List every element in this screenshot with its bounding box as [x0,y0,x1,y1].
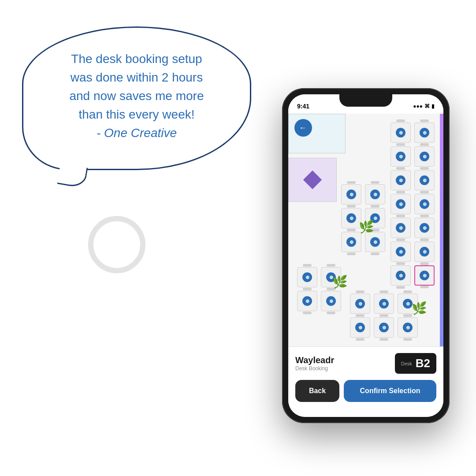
desk-item[interactable]: ⊕ [414,170,435,190]
desk-item[interactable]: ⊕ [350,317,370,338]
plant-decoration: 🌿 [332,275,348,289]
speech-bubble: The desk booking setup was done within 2… [22,26,251,170]
map-back-button[interactable]: ← [294,119,312,137]
chair-top [420,119,429,122]
desk-icon: ⊕ [396,271,405,280]
signal-icon: ●●● [413,103,423,109]
desk-item[interactable]: ⊕ [374,294,394,314]
wifi-icon: ⌘ [424,103,430,109]
chair-top [420,238,429,241]
booking-info-row: Wayleadr Desk Booking Desk B2 [295,353,436,374]
desk-item[interactable]: ⊕ [390,146,411,167]
decorative-ring [88,216,145,273]
chair-top [356,290,364,293]
desk-item[interactable]: ⊕ [414,218,435,238]
chair-top [379,314,388,317]
desk-icon: ⊕ [355,323,365,332]
desk-item[interactable]: ⊕ [390,242,411,262]
desk-grid-bottom: ⊕ ⊕ ⊕ ⊕ [297,267,341,311]
desk-item[interactable]: ⊕ [398,317,418,338]
chair-top [396,119,405,122]
desk-item[interactable]: ⊕ [390,265,411,286]
desk-icon: ⊕ [403,299,413,309]
chair-top [303,264,312,267]
desk-item[interactable]: ⊕ [350,294,370,314]
chair-bottom [379,338,388,341]
desk-item[interactable]: ⊕ [341,184,361,205]
phone-screen: 9:41 ●●● ⌘ ▮ ← [288,94,443,417]
desk-badge-number: B2 [416,357,430,370]
desk-icon: ⊕ [346,213,356,223]
chair-bottom [356,338,364,341]
back-button[interactable]: Back [295,380,339,402]
desk-item[interactable]: ⊕ [414,194,435,214]
desk-item[interactable]: ⊕ [297,291,317,311]
brand-subtitle: Desk Booking [295,365,334,372]
desk-icon: ⊕ [403,323,413,332]
room-icon [303,171,322,189]
desk-icon: ⊕ [346,237,356,247]
brand-info: Wayleadr Desk Booking [295,355,334,372]
desk-icon: ⊕ [396,175,405,185]
chair-bottom [420,286,429,288]
desk-icon: ⊕ [420,223,429,233]
desk-item[interactable]: ⊕ [390,194,411,214]
desk-icon: ⊕ [420,199,429,209]
plant-decoration: 🌿 [359,219,374,234]
desk-item[interactable]: ⊕ [414,123,435,143]
chair-bottom [327,312,335,314]
desk-icon: ⊕ [396,128,405,138]
desk-icon: ⊕ [355,299,365,309]
room-mid-left [288,158,337,202]
desk-icon: ⊕ [420,247,429,257]
desk-item[interactable]: ⊕ [365,184,385,205]
chair-bottom [371,253,379,255]
confirm-selection-button[interactable]: Confirm Selection [344,380,436,402]
chair-top [420,215,429,217]
chair-top [403,290,412,293]
chair-top [327,264,335,267]
chair-top [396,215,405,217]
chair-top [347,205,356,208]
phone-frame: 9:41 ●●● ⌘ ▮ ← [282,88,450,423]
desk-item[interactable]: ⊕ [390,218,411,238]
speech-bubble-container: The desk booking setup was done within 2… [22,26,251,170]
chair-top [420,167,429,170]
action-buttons: Back Confirm Selection [295,380,436,402]
desk-icon: ⊕ [420,152,429,161]
desk-icon: ⊕ [302,272,312,282]
chair-bottom [396,286,405,289]
desk-item[interactable]: ⊕ [374,317,394,338]
desk-item[interactable]: ⊕ [414,242,435,262]
bottom-panel: Wayleadr Desk Booking Desk B2 Back Confi… [288,346,443,417]
desk-icon: ⊕ [396,152,405,161]
desk-grid-bottom2: ⊕ ⊕ ⊕ ⊕ [350,294,418,338]
chair-top [396,143,405,146]
desk-grid-center: ⊕ ⊕ ⊕ ⊕ [341,184,385,252]
phone-mockup: 9:41 ●●● ⌘ ▮ ← [282,88,450,423]
desk-item[interactable]: ⊕ [390,170,411,190]
battery-icon: ▮ [431,103,435,109]
chair-top [371,181,379,184]
chair-top [396,191,405,193]
desk-item[interactable]: ⊕ [414,146,435,167]
back-arrow-icon: ← [299,123,307,133]
desk-icon: ⊕ [396,223,405,233]
desk-icon: ⊕ [302,296,312,306]
phone-notch [339,94,392,107]
desk-icon: ⊕ [370,190,380,199]
desk-item[interactable]: ⊕ [365,232,385,252]
desk-item[interactable]: ⊕ [390,123,411,143]
desk-icon: ⊕ [326,296,336,306]
chair-bottom [347,253,356,255]
desk-item[interactable]: ⊕ [321,291,341,311]
right-accent-bar [440,114,443,346]
chair-top [396,238,405,241]
chair-top [420,191,429,193]
desk-icon: ⊕ [420,175,429,185]
desk-item[interactable]: ⊕ [297,267,317,287]
desk-item[interactable]: ⊕ [341,232,361,252]
desk-icon: ⊕ [420,128,429,138]
desk-icon: ⊕ [420,271,429,280]
desk-item-selected[interactable]: ⊕ [414,265,435,286]
